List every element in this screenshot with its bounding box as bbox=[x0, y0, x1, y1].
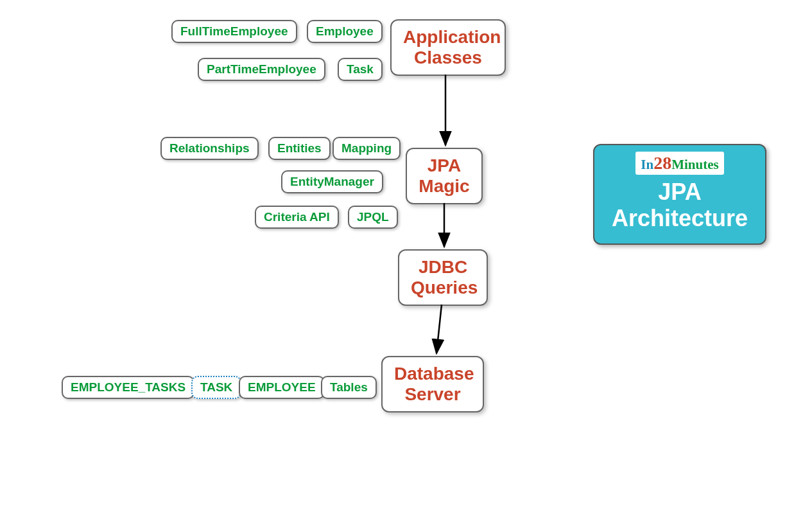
title-line-1: JPA bbox=[607, 179, 752, 205]
node-jdbc-queries[interactable]: JDBC Queries bbox=[398, 249, 488, 306]
sub-entities[interactable]: Entities bbox=[268, 137, 331, 160]
sub-mapping[interactable]: Mapping bbox=[333, 137, 401, 160]
sub-criteria-api[interactable]: Criteria API bbox=[255, 206, 339, 229]
sub-employee[interactable]: Employee bbox=[307, 20, 383, 43]
sub-relationships[interactable]: Relationships bbox=[160, 137, 259, 160]
brand-logo: In28Minutes bbox=[635, 152, 723, 175]
sub-fulltime-employee[interactable]: FullTimeEmployee bbox=[171, 20, 297, 43]
sub-jpql[interactable]: JPQL bbox=[348, 206, 398, 229]
label: JDBC bbox=[419, 257, 467, 277]
label: Database bbox=[394, 364, 474, 384]
sub-tables[interactable]: Tables bbox=[321, 376, 377, 399]
sub-task-table[interactable]: TASK bbox=[191, 376, 241, 399]
sub-entity-manager[interactable]: EntityManager bbox=[281, 170, 383, 193]
label: Magic bbox=[419, 176, 469, 196]
sub-task[interactable]: Task bbox=[338, 58, 383, 81]
brand-part-28: 28 bbox=[653, 153, 671, 173]
label: Classes bbox=[414, 48, 482, 67]
title-line-2: Architecture bbox=[607, 205, 752, 231]
label: Server bbox=[404, 384, 460, 404]
title-box: In28Minutes JPA Architecture bbox=[593, 144, 766, 245]
brand-part-minutes: Minutes bbox=[671, 157, 719, 172]
node-application-classes[interactable]: Application Classes bbox=[390, 19, 506, 76]
brand-part-in: In bbox=[641, 157, 653, 172]
node-jpa-magic[interactable]: JPA Magic bbox=[406, 148, 483, 204]
label: JPA bbox=[428, 155, 461, 175]
label: Queries bbox=[411, 278, 478, 297]
node-database-server[interactable]: Database Server bbox=[381, 356, 484, 412]
sub-employee-table[interactable]: EMPLOYEE bbox=[239, 376, 325, 399]
sub-employee-tasks[interactable]: EMPLOYEE_TASKS bbox=[62, 376, 194, 399]
svg-line-3 bbox=[436, 305, 442, 353]
label: Application bbox=[403, 27, 501, 47]
sub-parttime-employee[interactable]: PartTimeEmployee bbox=[198, 58, 325, 81]
